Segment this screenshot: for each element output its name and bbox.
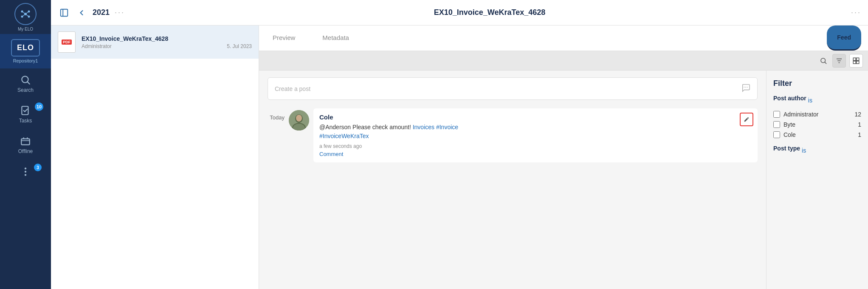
svg-rect-24	[857, 58, 859, 60]
post-author-name: Cole	[319, 113, 333, 121]
file-meta: Administrator 5. Jul 2023	[82, 43, 252, 49]
tab-feed[interactable]: Feed	[827, 26, 861, 51]
post-type-filter-header: Post type is	[773, 145, 861, 156]
panels-container: PDF EX10_Invoice_WeKraTex_4628 Administr…	[51, 26, 868, 289]
svg-point-27	[744, 87, 744, 88]
feed-toolbar	[259, 51, 868, 71]
post-hashtag1[interactable]: #Invoice	[436, 124, 458, 130]
svg-line-7	[22, 14, 25, 17]
edit-post-button[interactable]	[740, 113, 753, 126]
top-bar-more[interactable]: ···	[851, 8, 861, 17]
sidebar-item-search[interactable]: Search	[0, 68, 51, 99]
post-type-label: Post type	[773, 145, 800, 152]
logo-circle	[14, 3, 37, 25]
author-admin-label: Administrator	[783, 111, 851, 118]
top-bar: 2021 ··· EX10_Invoice_WeKraTex_4628 ···	[51, 0, 868, 26]
document-title: EX10_Invoice_WeKraTex_4628	[133, 8, 846, 17]
sidebar-item-tasks[interactable]: 10 Tasks	[0, 99, 51, 130]
filter-panel: Filter Post author is Administrator 12 B…	[766, 71, 868, 289]
offline-icon	[20, 136, 31, 147]
author-cole-checkbox[interactable]	[773, 131, 780, 138]
svg-point-18	[25, 174, 26, 176]
repository-label: Repository1	[13, 58, 38, 63]
author-cole-count: 1	[858, 131, 861, 138]
chat-bubble-icon	[741, 83, 750, 94]
svg-rect-25	[853, 61, 856, 63]
right-panel: Preview Metadata Feed	[259, 26, 868, 289]
post-body: Cole @Anderson Please check amount! Invo…	[313, 108, 758, 162]
post-container: Today	[268, 108, 758, 162]
avatar-image	[289, 110, 309, 130]
sidebar: My ELO ELO Repository1 Search 10 Tasks O…	[0, 0, 51, 289]
post-author-link[interactable]: is	[808, 97, 812, 104]
file-author: Administrator	[82, 43, 112, 49]
elo-logo-icon	[20, 8, 31, 20]
tasks-icon	[20, 105, 31, 116]
svg-rect-19	[61, 9, 68, 16]
feed-main: Create a post Today	[259, 71, 766, 289]
file-panel-year: 2021	[93, 8, 110, 17]
post-author-filter-header: Post author is	[773, 95, 861, 106]
feed-content: Create a post Today	[259, 71, 868, 289]
tab-preview[interactable]: Preview	[259, 26, 309, 51]
svg-point-17	[25, 171, 26, 173]
tasks-label: Tasks	[19, 118, 32, 124]
my-elo-button[interactable]: My ELO	[0, 0, 51, 34]
svg-point-29	[747, 87, 748, 88]
tabs-header: Preview Metadata Feed	[259, 26, 868, 51]
offline-label: Offline	[18, 148, 33, 154]
file-item[interactable]: PDF EX10_Invoice_WeKraTex_4628 Administr…	[51, 26, 259, 59]
create-post-placeholder: Create a post	[275, 85, 310, 92]
post-date-label: Today	[268, 108, 285, 121]
post-text: @Anderson Please check amount! Invoices …	[319, 123, 752, 141]
filter-icon	[835, 57, 843, 65]
search-feed-icon	[820, 57, 827, 65]
back-button[interactable]	[76, 7, 87, 19]
edit-icon	[744, 116, 750, 122]
sidebar-item-offline[interactable]: Offline	[0, 130, 51, 160]
repository-item[interactable]: ELO Repository1	[0, 34, 51, 68]
file-panel: PDF EX10_Invoice_WeKraTex_4628 Administr…	[51, 26, 259, 289]
post-text-content: Please check amount!	[351, 124, 413, 130]
file-info: EX10_Invoice_WeKraTex_4628 Administrator…	[82, 35, 252, 49]
sidebar-item-more[interactable]: 3	[0, 160, 51, 185]
author-admin-count: 12	[854, 111, 861, 118]
more-badge: 3	[34, 164, 42, 171]
svg-rect-23	[853, 58, 856, 60]
tasks-badge: 10	[35, 102, 43, 111]
svg-line-10	[28, 82, 30, 84]
author-admin-checkbox[interactable]	[773, 111, 780, 118]
svg-point-28	[745, 87, 746, 88]
main-content: 2021 ··· EX10_Invoice_WeKraTex_4628 ··· …	[51, 0, 868, 289]
layout-icon	[852, 57, 860, 65]
post-comment-button[interactable]: Comment	[319, 151, 752, 157]
post-hashtag2[interactable]: #InvoiceWeKraTex	[319, 133, 369, 139]
create-post-input[interactable]: Create a post	[268, 77, 758, 100]
svg-point-33	[296, 115, 302, 122]
svg-rect-11	[22, 106, 28, 115]
layout-button[interactable]	[849, 54, 863, 68]
file-panel-more[interactable]: ···	[115, 8, 125, 17]
tab-metadata[interactable]: Metadata	[309, 26, 363, 51]
author-byte-checkbox[interactable]	[773, 121, 780, 128]
search-icon	[20, 74, 31, 85]
repository-icon: ELO	[11, 39, 40, 57]
post-link[interactable]: Invoices	[413, 124, 434, 130]
author-byte-count: 1	[858, 121, 861, 128]
author-byte-label: Byte	[783, 121, 854, 128]
svg-line-6	[25, 11, 29, 14]
search-feed-button[interactable]	[818, 55, 829, 66]
filter-author-byte: Byte 1	[773, 121, 861, 128]
more-nav-icon	[20, 166, 31, 177]
svg-line-22	[825, 62, 826, 63]
post-type-link[interactable]: is	[802, 147, 806, 154]
filter-title: Filter	[773, 79, 861, 88]
filter-author-administrator: Administrator 12	[773, 111, 861, 118]
post-author-label: Post author	[773, 95, 806, 102]
toggle-panel-button[interactable]	[58, 6, 70, 19]
my-elo-label: My ELO	[18, 27, 33, 31]
back-icon	[77, 8, 86, 17]
search-label: Search	[17, 87, 34, 93]
filter-active-button[interactable]	[832, 54, 846, 68]
file-date: 5. Jul 2023	[227, 43, 252, 49]
